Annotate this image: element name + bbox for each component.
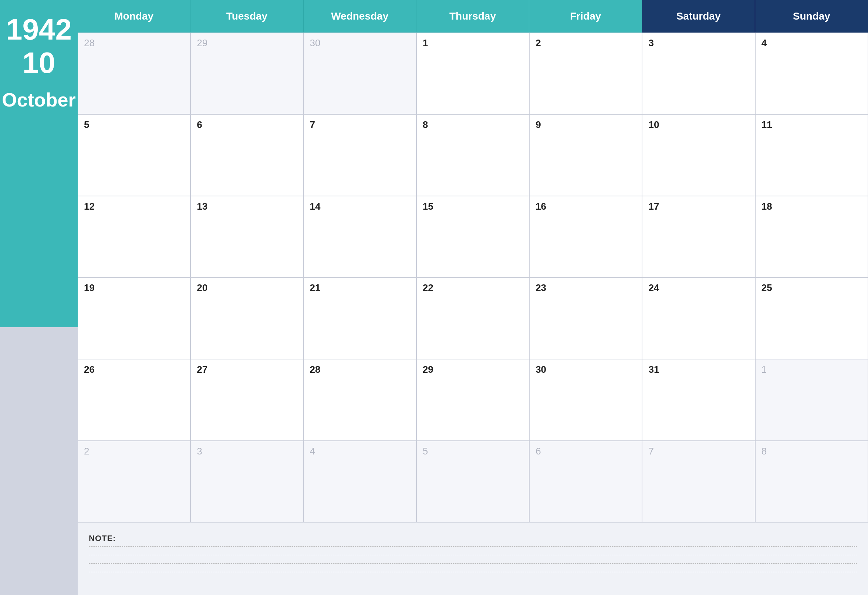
day-number: 1 <box>762 364 767 375</box>
day-cell: 28 <box>304 359 416 441</box>
week-row: 19 20 21 22 23 24 25 <box>78 278 868 359</box>
day-cell: 2 <box>529 32 642 114</box>
day-number: 26 <box>84 364 94 375</box>
day-cell: 18 <box>755 196 868 278</box>
day-cell: 23 <box>529 278 642 359</box>
day-cell: 10 <box>642 114 755 196</box>
day-number: 9 <box>536 119 541 130</box>
header-monday: Monday <box>78 0 190 32</box>
day-number: 3 <box>648 37 654 49</box>
day-cell: 16 <box>529 196 642 278</box>
day-cell: 6 <box>190 114 303 196</box>
day-number: 4 <box>310 446 315 457</box>
day-cell: 8 <box>755 441 868 523</box>
sidebar-month-name: October <box>2 89 75 111</box>
note-line-3 <box>89 563 857 564</box>
day-cell: 1 <box>416 32 529 114</box>
day-cell: 28 <box>78 32 190 114</box>
day-number: 8 <box>423 119 428 130</box>
day-cell: 3 <box>190 441 303 523</box>
day-number: 2 <box>536 37 541 49</box>
day-number: 6 <box>197 119 202 130</box>
header-wednesday: Wednesday <box>304 0 416 32</box>
header-saturday: Saturday <box>642 0 755 32</box>
day-cell: 19 <box>78 278 190 359</box>
day-number: 22 <box>423 282 434 293</box>
week-row: 28 29 30 1 2 3 4 <box>78 32 868 114</box>
day-cell: 30 <box>529 359 642 441</box>
day-number: 8 <box>762 446 767 457</box>
day-cell: 13 <box>190 196 303 278</box>
day-cell: 4 <box>755 32 868 114</box>
day-number: 25 <box>762 282 772 293</box>
calendar-header: Monday Tuesday Wednesday Thursday Friday… <box>78 0 868 32</box>
sidebar-month-number: 10 <box>22 48 56 78</box>
day-cell: 25 <box>755 278 868 359</box>
day-cell: 27 <box>190 359 303 441</box>
main-content: Monday Tuesday Wednesday Thursday Friday… <box>78 0 868 595</box>
day-cell: 29 <box>416 359 529 441</box>
day-cell: 3 <box>642 32 755 114</box>
day-cell: 20 <box>190 278 303 359</box>
week-row: 2 3 4 5 6 7 8 <box>78 441 868 523</box>
header-sunday: Sunday <box>755 0 868 32</box>
day-number: 28 <box>310 364 321 375</box>
day-number: 6 <box>536 446 541 457</box>
day-cell: 7 <box>304 114 416 196</box>
header-tuesday: Tuesday <box>190 0 303 32</box>
day-number: 7 <box>648 446 654 457</box>
day-cell: 26 <box>78 359 190 441</box>
note-line-1 <box>89 546 857 546</box>
day-cell: 1 <box>755 359 868 441</box>
day-cell: 17 <box>642 196 755 278</box>
day-cell: 9 <box>529 114 642 196</box>
week-row: 5 6 7 8 9 10 11 <box>78 114 868 196</box>
day-cell: 24 <box>642 278 755 359</box>
calendar-container: 1942 10 October Monday Tuesday Wednesday… <box>0 0 868 595</box>
day-number: 11 <box>762 119 772 130</box>
day-number: 16 <box>536 201 546 212</box>
day-cell: 31 <box>642 359 755 441</box>
sidebar-year: 1942 <box>6 15 72 44</box>
note-label: NOTE: <box>89 534 857 543</box>
day-cell: 6 <box>529 441 642 523</box>
sidebar: 1942 10 October <box>0 0 78 595</box>
day-number: 28 <box>84 37 94 49</box>
day-cell: 5 <box>78 114 190 196</box>
day-number: 2 <box>84 446 89 457</box>
day-cell: 7 <box>642 441 755 523</box>
day-cell: 11 <box>755 114 868 196</box>
week-row: 12 13 14 15 16 17 18 <box>78 196 868 278</box>
day-cell: 2 <box>78 441 190 523</box>
day-cell: 5 <box>416 441 529 523</box>
day-number: 14 <box>310 201 321 212</box>
day-number: 19 <box>84 282 94 293</box>
day-number: 30 <box>310 37 321 49</box>
day-number: 18 <box>762 201 772 212</box>
day-number: 5 <box>84 119 89 130</box>
day-number: 30 <box>536 364 546 375</box>
day-cell: 12 <box>78 196 190 278</box>
day-cell: 21 <box>304 278 416 359</box>
week-row: 26 27 28 29 30 31 1 <box>78 359 868 441</box>
day-number: 3 <box>197 446 202 457</box>
day-number: 20 <box>197 282 208 293</box>
day-number: 29 <box>423 364 434 375</box>
day-number: 27 <box>197 364 208 375</box>
day-cell: 8 <box>416 114 529 196</box>
day-number: 10 <box>648 119 659 130</box>
day-number: 31 <box>648 364 659 375</box>
day-number: 24 <box>648 282 659 293</box>
day-cell: 15 <box>416 196 529 278</box>
calendar-grid: Monday Tuesday Wednesday Thursday Friday… <box>78 0 868 523</box>
day-cell: 22 <box>416 278 529 359</box>
weeks-container: 28 29 30 1 2 3 4 5 6 7 8 9 10 11 <box>78 32 868 523</box>
day-number: 1 <box>423 37 428 49</box>
day-number: 13 <box>197 201 208 212</box>
notes-section: NOTE: <box>78 523 868 595</box>
day-number: 17 <box>648 201 659 212</box>
day-number: 21 <box>310 282 321 293</box>
day-number: 4 <box>762 37 767 49</box>
day-number: 5 <box>423 446 428 457</box>
day-cell: 30 <box>304 32 416 114</box>
